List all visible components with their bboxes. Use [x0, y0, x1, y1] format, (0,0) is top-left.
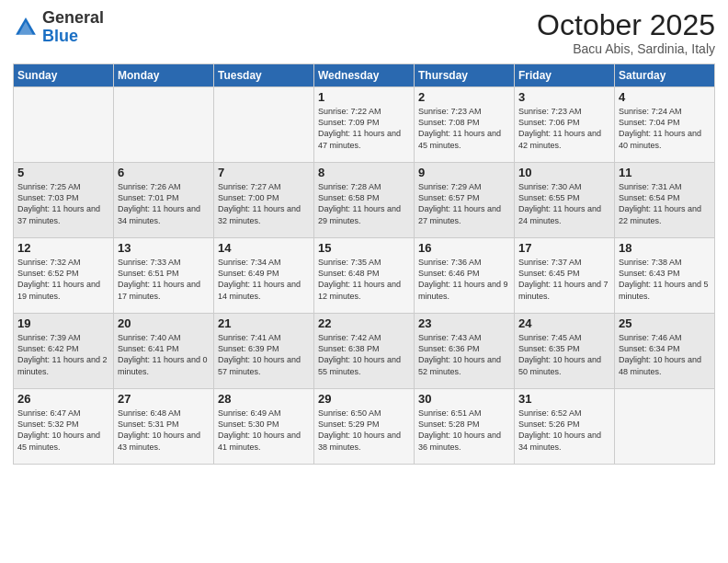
week-row-5: 26Sunrise: 6:47 AM Sunset: 5:32 PM Dayli…: [14, 389, 715, 465]
day-number: 24: [518, 316, 610, 330]
day-number: 28: [218, 392, 310, 406]
day-header-monday: Monday: [114, 64, 214, 87]
calendar-cell: 25Sunrise: 7:46 AM Sunset: 6:34 PM Dayli…: [615, 314, 715, 389]
calendar-cell: 5Sunrise: 7:25 AM Sunset: 7:03 PM Daylig…: [14, 163, 114, 238]
calendar-cell: 17Sunrise: 7:37 AM Sunset: 6:45 PM Dayli…: [515, 238, 615, 314]
calendar-cell: 30Sunrise: 6:51 AM Sunset: 5:28 PM Dayli…: [415, 389, 515, 465]
logo-icon: [13, 15, 39, 40]
calendar-cell: 31Sunrise: 6:52 AM Sunset: 5:26 PM Dayli…: [515, 389, 615, 465]
cell-info: Sunrise: 7:32 AM Sunset: 6:52 PM Dayligh…: [17, 257, 109, 302]
cell-info: Sunrise: 7:24 AM Sunset: 7:04 PM Dayligh…: [619, 106, 711, 151]
day-number: 25: [619, 316, 711, 330]
cell-info: Sunrise: 7:26 AM Sunset: 7:01 PM Dayligh…: [118, 181, 210, 226]
day-number: 7: [218, 166, 310, 179]
page-container: General Blue October 2025 Bacu Abis, Sar…: [0, 0, 728, 563]
cell-info: Sunrise: 7:42 AM Sunset: 6:38 PM Dayligh…: [318, 332, 410, 377]
logo-general: General: [42, 8, 104, 27]
title-block: October 2025 Bacu Abis, Sardinia, Italy: [537, 9, 715, 56]
day-number: 12: [17, 241, 109, 255]
cell-info: Sunrise: 6:51 AM Sunset: 5:28 PM Dayligh…: [418, 408, 510, 453]
calendar-cell: 18Sunrise: 7:38 AM Sunset: 6:43 PM Dayli…: [615, 238, 715, 314]
calendar-cell: 20Sunrise: 7:40 AM Sunset: 6:41 PM Dayli…: [114, 314, 214, 389]
cell-info: Sunrise: 7:41 AM Sunset: 6:39 PM Dayligh…: [218, 332, 310, 377]
day-number: 11: [619, 166, 711, 179]
cell-info: Sunrise: 7:34 AM Sunset: 6:49 PM Dayligh…: [218, 257, 310, 302]
calendar-cell: 10Sunrise: 7:30 AM Sunset: 6:55 PM Dayli…: [515, 163, 615, 238]
calendar-cell: 6Sunrise: 7:26 AM Sunset: 7:01 PM Daylig…: [114, 163, 214, 238]
cell-info: Sunrise: 6:48 AM Sunset: 5:31 PM Dayligh…: [118, 408, 210, 453]
calendar-cell: 21Sunrise: 7:41 AM Sunset: 6:39 PM Dayli…: [214, 314, 314, 389]
day-number: 6: [118, 166, 210, 179]
cell-info: Sunrise: 7:29 AM Sunset: 6:57 PM Dayligh…: [418, 181, 510, 226]
day-number: 14: [218, 241, 310, 255]
day-number: 30: [418, 392, 510, 406]
cell-info: Sunrise: 7:27 AM Sunset: 7:00 PM Dayligh…: [218, 181, 310, 226]
week-row-3: 12Sunrise: 7:32 AM Sunset: 6:52 PM Dayli…: [14, 238, 715, 314]
cell-info: Sunrise: 7:35 AM Sunset: 6:48 PM Dayligh…: [318, 257, 410, 302]
calendar-cell: 28Sunrise: 6:49 AM Sunset: 5:30 PM Dayli…: [214, 389, 314, 465]
cell-info: Sunrise: 7:45 AM Sunset: 6:35 PM Dayligh…: [518, 332, 610, 377]
day-number: 31: [518, 392, 610, 406]
day-number: 13: [118, 241, 210, 255]
header: General Blue October 2025 Bacu Abis, Sar…: [13, 9, 715, 56]
calendar-cell: 8Sunrise: 7:28 AM Sunset: 6:58 PM Daylig…: [314, 163, 415, 238]
day-header-tuesday: Tuesday: [214, 64, 314, 87]
cell-info: Sunrise: 7:38 AM Sunset: 6:43 PM Dayligh…: [619, 257, 711, 302]
calendar-cell: 1Sunrise: 7:22 AM Sunset: 7:09 PM Daylig…: [314, 87, 415, 163]
calendar-cell: 13Sunrise: 7:33 AM Sunset: 6:51 PM Dayli…: [114, 238, 214, 314]
day-header-friday: Friday: [515, 64, 615, 87]
day-number: 3: [518, 90, 610, 104]
cell-info: Sunrise: 7:39 AM Sunset: 6:42 PM Dayligh…: [17, 332, 109, 377]
day-number: 16: [418, 241, 510, 255]
cell-info: Sunrise: 7:43 AM Sunset: 6:36 PM Dayligh…: [418, 332, 510, 377]
calendar-cell: 15Sunrise: 7:35 AM Sunset: 6:48 PM Dayli…: [314, 238, 415, 314]
day-header-saturday: Saturday: [615, 64, 715, 87]
calendar-cell: 19Sunrise: 7:39 AM Sunset: 6:42 PM Dayli…: [14, 314, 114, 389]
header-row: SundayMondayTuesdayWednesdayThursdayFrid…: [14, 64, 715, 87]
calendar-cell: 9Sunrise: 7:29 AM Sunset: 6:57 PM Daylig…: [415, 163, 515, 238]
calendar-cell: 22Sunrise: 7:42 AM Sunset: 6:38 PM Dayli…: [314, 314, 415, 389]
cell-info: Sunrise: 7:23 AM Sunset: 7:08 PM Dayligh…: [418, 106, 510, 151]
cell-info: Sunrise: 7:31 AM Sunset: 6:54 PM Dayligh…: [619, 181, 711, 226]
calendar-cell: [114, 87, 214, 163]
calendar-cell: [615, 389, 715, 465]
day-header-thursday: Thursday: [415, 64, 515, 87]
calendar-cell: [214, 87, 314, 163]
day-header-wednesday: Wednesday: [314, 64, 415, 87]
day-number: 29: [318, 392, 410, 406]
day-number: 10: [518, 166, 610, 179]
week-row-1: 1Sunrise: 7:22 AM Sunset: 7:09 PM Daylig…: [14, 87, 715, 163]
day-number: 1: [318, 90, 410, 104]
location-subtitle: Bacu Abis, Sardinia, Italy: [537, 41, 715, 56]
calendar-cell: 23Sunrise: 7:43 AM Sunset: 6:36 PM Dayli…: [415, 314, 515, 389]
calendar-cell: 16Sunrise: 7:36 AM Sunset: 6:46 PM Dayli…: [415, 238, 515, 314]
day-number: 2: [418, 90, 510, 104]
day-number: 17: [518, 241, 610, 255]
calendar-cell: 29Sunrise: 6:50 AM Sunset: 5:29 PM Dayli…: [314, 389, 415, 465]
cell-info: Sunrise: 7:46 AM Sunset: 6:34 PM Dayligh…: [619, 332, 711, 377]
day-number: 4: [619, 90, 711, 104]
logo: General Blue: [13, 9, 104, 46]
day-number: 9: [418, 166, 510, 179]
cell-info: Sunrise: 7:37 AM Sunset: 6:45 PM Dayligh…: [518, 257, 610, 302]
day-number: 5: [17, 166, 109, 179]
calendar-cell: 27Sunrise: 6:48 AM Sunset: 5:31 PM Dayli…: [114, 389, 214, 465]
cell-info: Sunrise: 7:40 AM Sunset: 6:41 PM Dayligh…: [118, 332, 210, 377]
calendar-cell: 24Sunrise: 7:45 AM Sunset: 6:35 PM Dayli…: [515, 314, 615, 389]
day-number: 20: [118, 316, 210, 330]
week-row-4: 19Sunrise: 7:39 AM Sunset: 6:42 PM Dayli…: [14, 314, 715, 389]
calendar-cell: 4Sunrise: 7:24 AM Sunset: 7:04 PM Daylig…: [615, 87, 715, 163]
calendar-cell: 26Sunrise: 6:47 AM Sunset: 5:32 PM Dayli…: [14, 389, 114, 465]
logo-text: General Blue: [42, 9, 104, 46]
calendar-cell: 7Sunrise: 7:27 AM Sunset: 7:00 PM Daylig…: [214, 163, 314, 238]
cell-info: Sunrise: 7:22 AM Sunset: 7:09 PM Dayligh…: [318, 106, 410, 151]
cell-info: Sunrise: 6:52 AM Sunset: 5:26 PM Dayligh…: [518, 408, 610, 453]
calendar-table: SundayMondayTuesdayWednesdayThursdayFrid…: [13, 63, 715, 465]
cell-info: Sunrise: 6:50 AM Sunset: 5:29 PM Dayligh…: [318, 408, 410, 453]
calendar-cell: 3Sunrise: 7:23 AM Sunset: 7:06 PM Daylig…: [515, 87, 615, 163]
day-number: 22: [318, 316, 410, 330]
calendar-cell: 12Sunrise: 7:32 AM Sunset: 6:52 PM Dayli…: [14, 238, 114, 314]
month-title: October 2025: [537, 9, 715, 41]
calendar-cell: [14, 87, 114, 163]
day-number: 19: [17, 316, 109, 330]
